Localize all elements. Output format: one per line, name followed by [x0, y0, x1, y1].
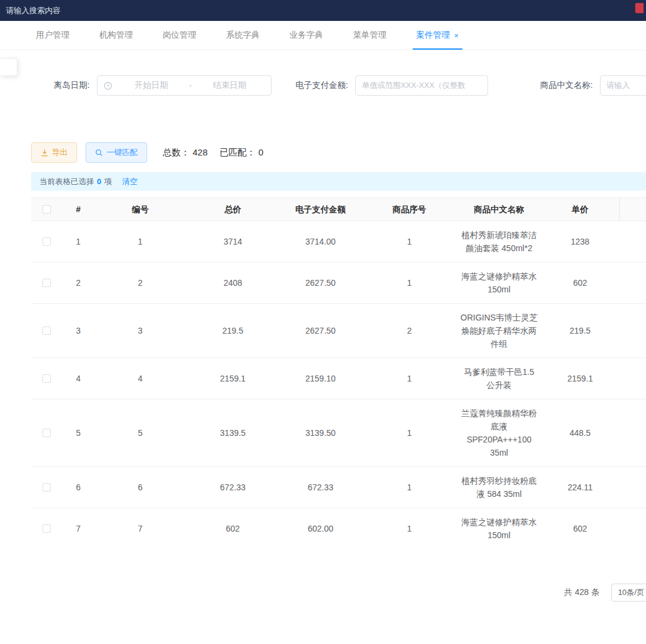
col-header-unit-price: 单价	[541, 198, 619, 221]
cell-unit-price: 224.11	[541, 467, 619, 508]
cell-epay-amount: 672.33	[279, 467, 362, 508]
cell-extra	[619, 304, 646, 358]
tab-close-icon[interactable]: ×	[454, 32, 459, 39]
search-icon	[95, 149, 103, 157]
table-row: 2 2 2408 2627.50 1 海蓝之谜修护精萃水 150ml 602	[31, 263, 646, 304]
cell-extra	[619, 358, 646, 399]
cell-product-seq: 1	[362, 508, 457, 541]
cell-product-seq: 2	[362, 304, 457, 358]
row-checkbox[interactable]	[42, 429, 51, 437]
total-count-value: 428	[193, 147, 208, 158]
cell-total-price: 3139.5	[187, 399, 279, 466]
date-range-separator: -	[187, 81, 194, 90]
cell-unit-price: 2159.1	[541, 358, 619, 399]
cell-product-name: 海蓝之谜修护精萃水 150ml	[457, 508, 541, 541]
cell-total-price: 3714	[187, 221, 279, 262]
product-name-label: 商品中文名称:	[540, 80, 593, 91]
cell-product-seq: 1	[362, 263, 457, 303]
cell-total-price: 2408	[187, 263, 279, 303]
cell-code: 5	[94, 399, 187, 466]
select-all-checkbox[interactable]	[42, 205, 51, 213]
cell-extra	[619, 221, 646, 262]
cell-code: 1	[94, 221, 187, 262]
col-header-extra	[619, 198, 646, 221]
product-name-input[interactable]: 请输入	[600, 75, 646, 96]
cell-product-name: 马爹利蓝带干邑1.5公升装	[457, 358, 541, 399]
cell-code: 6	[94, 467, 187, 508]
row-checkbox[interactable]	[42, 483, 51, 492]
cell-index: 1	[63, 221, 95, 262]
export-button[interactable]: 导出	[31, 142, 77, 163]
selection-prefix: 当前表格已选择	[39, 176, 94, 187]
page-size-select[interactable]: 10条/页	[611, 584, 646, 602]
table-row: 4 4 2159.1 2159.10 1 马爹利蓝带干邑1.5公升装 2159.…	[31, 358, 646, 399]
col-header-total-price: 总价	[187, 198, 279, 221]
selection-suffix: 项	[104, 176, 112, 187]
col-header-product-name: 商品中文名称	[457, 198, 541, 221]
cell-total-price: 219.5	[187, 304, 279, 358]
row-checkbox[interactable]	[42, 326, 51, 335]
cell-epay-amount: 3139.50	[279, 399, 362, 466]
cell-unit-price: 1238	[541, 221, 619, 262]
tab-case-management[interactable]: 案件管理 ×	[416, 21, 459, 50]
cell-product-name: 植村秀羽纱持妆粉底液 584 35ml	[457, 467, 541, 508]
cell-index: 2	[63, 263, 95, 303]
cell-index: 3	[63, 304, 95, 358]
cell-extra	[619, 263, 646, 303]
tab-system-dict[interactable]: 系统字典	[226, 21, 260, 50]
match-button-label: 一键匹配	[106, 147, 138, 158]
row-checkbox[interactable]	[42, 524, 51, 533]
global-search-input[interactable]: 请输入搜索内容	[6, 5, 60, 16]
tab-menu-management[interactable]: 菜单管理	[353, 21, 386, 50]
col-header-product-seq: 商品序号	[362, 198, 457, 221]
data-table: # 编号 总价 电子支付金额 商品序号 商品中文名称 单价 1 1 3714 3…	[31, 197, 646, 541]
cell-epay-amount: 602.00	[279, 508, 362, 541]
tab-org-management[interactable]: 机构管理	[99, 21, 133, 50]
one-click-match-button[interactable]: 一键匹配	[86, 142, 147, 163]
cell-unit-price: 602	[541, 263, 619, 303]
cell-extra	[619, 467, 646, 508]
col-header-code: 编号	[94, 198, 187, 221]
cell-product-seq: 1	[362, 358, 457, 399]
cell-total-price: 672.33	[187, 467, 279, 508]
date-end-input[interactable]: 结束日期	[194, 80, 265, 91]
total-count-label: 总数：	[163, 147, 190, 158]
departure-date-label: 离岛日期:	[54, 80, 90, 91]
epay-amount-label: 电子支付金额:	[295, 80, 348, 91]
cell-epay-amount: 2627.50	[279, 263, 362, 303]
cell-product-seq: 1	[362, 467, 457, 508]
cell-epay-amount: 2627.50	[279, 304, 362, 358]
cell-product-seq: 1	[362, 221, 457, 262]
clear-selection-link[interactable]: 清空	[122, 176, 138, 187]
cell-index: 4	[63, 358, 95, 399]
tab-label: 案件管理	[416, 30, 450, 41]
cell-unit-price: 219.5	[541, 304, 619, 358]
date-start-input[interactable]: 开始日期	[116, 80, 187, 91]
tab-position-management[interactable]: 岗位管理	[163, 21, 196, 50]
row-checkbox[interactable]	[42, 279, 51, 287]
date-range-picker[interactable]: 开始日期 - 结束日期	[97, 75, 272, 96]
cell-product-seq: 1	[362, 399, 457, 466]
col-header-epay-amount: 电子支付金额	[279, 198, 362, 221]
cell-code: 7	[94, 508, 187, 541]
table-row: 6 6 672.33 672.33 1 植村秀羽纱持妆粉底液 584 35ml …	[31, 467, 646, 508]
cell-extra	[619, 399, 646, 466]
cell-extra	[619, 508, 646, 541]
cell-index: 6	[63, 467, 95, 508]
cell-epay-amount: 3714.00	[279, 221, 362, 262]
row-checkbox[interactable]	[42, 374, 51, 383]
cell-unit-price: 602	[541, 508, 619, 541]
cell-code: 2	[94, 263, 187, 303]
filter-epay-amount: 电子支付金额: 单值或范围XXX-XXX（仅整数	[295, 75, 488, 96]
table-row: 5 5 3139.5 3139.50 1 兰蔻菁纯臻颜精华粉底液SPF20PA+…	[31, 399, 646, 467]
cell-product-name: 海蓝之谜修护精萃水 150ml	[457, 263, 541, 303]
tab-user-management[interactable]: 用户管理	[36, 21, 69, 50]
collapsed-panel-stub[interactable]	[0, 58, 17, 76]
filter-product-name: 商品中文名称: 请输入	[540, 75, 646, 96]
tab-business-dict[interactable]: 业务字典	[290, 21, 323, 50]
pagination: 共 428 条 10条/页	[564, 584, 646, 602]
cell-product-name: 兰蔻菁纯臻颜精华粉底液SPF20PA+++100 35ml	[457, 399, 541, 466]
tab-bar: 用户管理 机构管理 岗位管理 系统字典 业务字典 菜单管理 案件管理 ×	[0, 21, 646, 50]
row-checkbox[interactable]	[42, 237, 51, 246]
epay-amount-input[interactable]: 单值或范围XXX-XXX（仅整数	[355, 75, 488, 96]
